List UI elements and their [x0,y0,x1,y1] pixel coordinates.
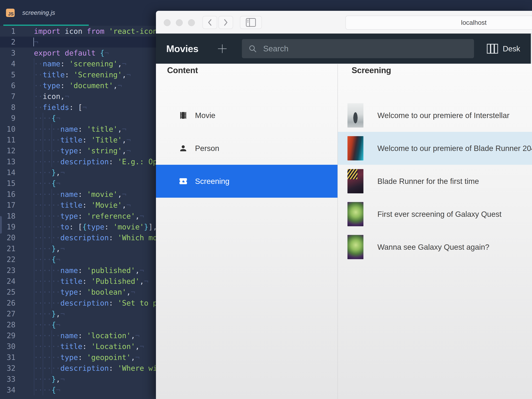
document-title: Welcome to our premiere of Blade Runner … [377,144,532,153]
movie-poster-thumbnail [348,235,363,259]
line-number: 9 [0,113,15,124]
search-icon [248,44,257,53]
indent-guide [51,145,52,156]
line-number: 7 [0,91,15,102]
line-number: 5 [0,69,15,80]
code-text: ······name: 'location',¬ [34,330,140,341]
line-number: 28 [0,319,15,330]
content-type-movie[interactable]: Movie [156,99,337,132]
code-text: ······title: 'Location',¬ [34,341,144,352]
indent-guide [51,287,52,298]
code-text: ····},¬ [34,243,65,254]
code-text: ······type: 'string',¬ [34,145,131,156]
indent-guide [34,69,34,80]
line-number: 31 [0,352,15,363]
back-button[interactable] [203,16,217,29]
indent-guide [43,308,43,319]
indent-guide [51,124,52,134]
close-window-icon[interactable] [164,19,171,26]
film-icon [179,111,188,120]
line-number: 12 [0,145,15,156]
code-text: ··fields: [¬ [34,102,87,113]
create-new-document-button[interactable] [217,44,228,54]
indent-guide [43,124,43,134]
code-text: ······name: 'title',¬ [34,124,126,134]
line-number: 3 [0,48,15,58]
active-tab-indicator [3,25,89,26]
zoom-window-icon[interactable] [188,19,195,26]
indent-guide [34,232,34,243]
screening-document-row[interactable]: Blade Runner for the first time [338,165,532,198]
desk-panes: Content MoviePersonScreening Screening W… [156,64,532,399]
ticket-star-icon [179,177,188,186]
indent-guide [34,167,34,178]
indent-guide [43,189,43,200]
indent-guide [43,330,43,341]
tab-filename: screening.js [22,9,55,16]
code-text: ··icon,¬ [34,91,69,102]
indent-guide [51,352,52,363]
screening-document-row[interactable]: Welcome to our premiere of Interstellar [338,99,532,132]
indent-guide [34,276,34,287]
search-field[interactable] [242,39,474,58]
line-number: 23 [0,265,15,276]
code-text: ······title: 'Movie',¬ [34,200,131,210]
editor-tab-screening-js[interactable]: JS screening.js [6,7,55,19]
chevron-left-icon [207,19,213,26]
document-list-pane: Screening Welcome to our premiere of Int… [338,64,532,399]
screening-document-row[interactable]: Wanna see Galaxy Quest again? [338,231,532,264]
indent-guide [43,276,43,287]
indent-guide [43,178,43,189]
indent-guide [43,134,43,145]
code-text: ····{¬ [34,254,60,265]
line-number: 24 [0,276,15,287]
line-number: 2 [0,37,15,47]
sidebar-toggle-button[interactable] [240,16,262,29]
content-types-pane: Content MoviePersonScreening [156,64,337,399]
screening-document-row[interactable]: First ever screening of Galaxy Quest [338,198,532,231]
indent-guide [51,330,52,341]
indent-guide [34,58,34,69]
indent-guide [51,134,52,145]
minimize-window-icon[interactable] [176,19,183,26]
sidebar-icon [246,18,256,27]
project-title[interactable]: Movies [166,34,198,64]
browser-window: localhost Movies [156,11,532,399]
indent-guide [34,113,34,124]
document-pane-title: Screening [352,65,391,75]
desk-tool-button[interactable]: Desk [487,34,520,64]
studio-navbar: Movies Desk [156,34,532,64]
line-number: 27 [0,308,15,319]
indent-guide [51,156,52,167]
code-text: ······title: 'Title',¬ [34,134,131,145]
indent-guide [34,91,34,102]
content-type-person[interactable]: Person [156,132,337,165]
line-number: 21 [0,243,15,254]
indent-guide [43,211,43,222]
indent-guide [34,319,34,330]
screen: JS screening.js 1import icon from 'react… [0,0,532,399]
code-text: ······name: 'movie',¬ [34,189,126,200]
forward-button[interactable] [218,16,233,29]
indent-guide [43,200,43,210]
indent-guide [34,352,34,363]
line-number: 25 [0,287,15,298]
code-text: ······type: 'geopoint',¬ [34,352,140,363]
document-title: Blade Runner for the first time [377,177,479,186]
content-type-screening[interactable]: Screening [156,165,337,198]
indent-guide [43,363,43,374]
screening-document-row[interactable]: Welcome to our premiere of Blade Runner … [338,132,532,165]
indent-guide [43,222,43,232]
search-input[interactable] [263,44,455,53]
line-number: 30 [0,341,15,352]
indent-guide [34,363,34,374]
indent-guide [43,374,43,385]
indent-guide [34,374,34,385]
code-text: ····{¬ [34,178,60,189]
indent-guide [34,287,34,298]
indent-guide [43,167,43,178]
code-text: ····{¬ [34,113,60,124]
chevron-right-icon [223,19,228,26]
address-bar[interactable]: localhost [345,16,532,30]
indent-guide [34,254,34,265]
